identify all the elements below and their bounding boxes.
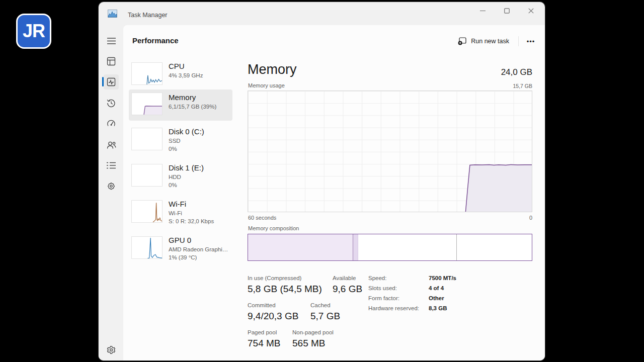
composition-segment-in-use: [248, 234, 353, 260]
maximize-button[interactable]: [495, 2, 519, 19]
stat-label: Hardware reserved:: [368, 305, 419, 311]
stat-value: 9,4/20,3 GB: [248, 311, 298, 322]
wifi-mini-chart: [131, 200, 163, 223]
page-title: Performance: [132, 36, 179, 45]
perf-item-gpu[interactable]: GPU 0 AMD Radeon Graphi… 1% (39 °C): [129, 234, 232, 269]
stat-value: 5,7 GB: [310, 311, 340, 322]
cpu-mini-chart: [131, 62, 163, 85]
title-bar[interactable]: Task Manager: [99, 2, 545, 25]
stat-value: Other: [429, 295, 444, 301]
stat-value: 754 MB: [248, 338, 280, 349]
perf-item-subtext: 0%: [169, 181, 231, 189]
sidebar-item-details[interactable]: [104, 158, 119, 173]
composition-segment-standby: [358, 234, 457, 260]
run-new-task-button[interactable]: Run new task: [452, 34, 515, 48]
stat-label: Speed:: [368, 275, 386, 281]
perf-item-title: Disk 0 (C:): [169, 127, 231, 137]
processes-icon: [107, 57, 116, 66]
stat-label: Available: [333, 275, 356, 281]
minimize-icon: [480, 8, 486, 14]
perf-item-subtext: SSD: [169, 137, 231, 145]
perf-item-title: Memory: [169, 93, 231, 103]
history-icon: [107, 99, 116, 108]
more-options-icon: •••: [527, 38, 535, 45]
sidebar-item-users[interactable]: [104, 137, 119, 152]
stat-value: 7500 MT/s: [429, 275, 456, 281]
stat-value: 9,6 GB: [333, 284, 362, 295]
perf-item-title: Disk 1 (E:): [169, 163, 231, 173]
memory-composition-bar: [248, 234, 532, 261]
sidebar-item-processes[interactable]: [104, 54, 119, 69]
hamburger-icon: [107, 38, 116, 44]
close-button[interactable]: [519, 2, 543, 19]
perf-item-disk0[interactable]: Disk 0 (C:) SSD 0%: [129, 126, 232, 161]
perf-item-memory[interactable]: Memory 6,1/15,7 GB (39%): [129, 89, 232, 121]
run-new-task-label: Run new task: [471, 38, 509, 45]
details-list-icon: [107, 162, 116, 169]
stat-label: Committed: [248, 302, 276, 308]
chart-time-right: 0: [529, 215, 532, 221]
perf-item-wifi[interactable]: Wi-Fi Wi-Fi S: 0 R: 32,0 Kbps: [129, 198, 232, 233]
perf-item-cpu[interactable]: CPU 4% 3,59 GHz: [129, 60, 232, 89]
performance-icon: [107, 77, 116, 86]
stat-value: 5,8 GB (54,5 MB): [248, 284, 322, 295]
memory-usage-chart: [248, 90, 532, 212]
stat-value: 8,3 GB: [429, 305, 447, 311]
perf-item-subtext: AMD Radeon Graphi…: [169, 245, 231, 253]
perf-item-subtext: HDD: [169, 173, 231, 181]
stat-label: Non-paged pool: [292, 329, 334, 335]
perf-item-disk1[interactable]: Disk 1 (E:) HDD 0%: [129, 162, 232, 197]
memory-mini-chart: [131, 93, 163, 115]
memory-total-capacity: 24,0 GB: [501, 67, 532, 77]
sidebar-item-settings[interactable]: [104, 342, 119, 357]
perf-item-subtext: Wi-Fi: [169, 209, 231, 217]
perf-item-subtext: 4% 3,59 GHz: [169, 71, 231, 79]
maximize-icon: [504, 8, 510, 14]
chart-time-left: 60 seconds: [248, 215, 276, 221]
task-manager-window: Task Manager: [99, 2, 545, 360]
users-icon: [107, 141, 116, 149]
perf-item-title: GPU 0: [169, 235, 231, 245]
memory-title: Memory: [248, 62, 297, 77]
navigation-rail: [99, 25, 123, 360]
perf-item-subtext: 6,1/15,7 GB (39%): [169, 103, 231, 111]
perf-item-title: CPU: [169, 61, 231, 71]
jr-channel-logo: JR: [16, 14, 51, 49]
memory-usage-label: Memory usage: [248, 82, 285, 88]
task-manager-app-icon: [108, 10, 117, 18]
memory-usage-max: 15,7 GB: [513, 83, 532, 89]
sidebar-item-app-history[interactable]: [104, 96, 119, 111]
gauge-icon: [107, 119, 116, 128]
composition-segment-modified: [353, 234, 358, 260]
close-icon: [528, 8, 534, 14]
stat-label: Cached: [310, 302, 331, 308]
header-separator: [518, 36, 519, 46]
sidebar-item-startup-apps[interactable]: [104, 116, 119, 131]
perf-item-subtext: 0%: [169, 145, 231, 153]
stat-label: Slots used:: [368, 285, 397, 291]
perf-item-subtext: 1% (39 °C): [169, 253, 231, 261]
gear-icon: [107, 345, 116, 354]
stat-label: Form factor:: [368, 295, 399, 301]
more-options-button[interactable]: •••: [522, 35, 540, 48]
memory-composition-label: Memory composition: [248, 225, 299, 231]
perf-item-subtext: S: 0 R: 32,0 Kbps: [169, 217, 231, 225]
stat-value: 4 of 4: [429, 285, 444, 291]
sidebar-item-performance[interactable]: [104, 74, 119, 89]
stat-label: Paged pool: [248, 329, 277, 335]
gpu-mini-chart: [131, 236, 163, 259]
sidebar-item-services[interactable]: [104, 179, 119, 194]
window-title: Task Manager: [128, 12, 168, 19]
composition-segment-free: [457, 234, 532, 260]
services-cog-icon: [107, 182, 116, 191]
disk1-mini-chart: [131, 164, 163, 187]
perf-item-title: Wi-Fi: [169, 199, 231, 209]
content-card: Performance Run new task ••• CPU 4% 3,59…: [123, 25, 545, 360]
stat-value: 565 MB: [292, 338, 325, 349]
memory-usage-series: [248, 91, 532, 212]
stat-label: In use (Compressed): [248, 275, 301, 281]
disk0-mini-chart: [131, 128, 163, 150]
hamburger-menu-button[interactable]: [104, 33, 119, 48]
minimize-button[interactable]: [470, 2, 495, 19]
new-task-icon: [458, 37, 466, 45]
